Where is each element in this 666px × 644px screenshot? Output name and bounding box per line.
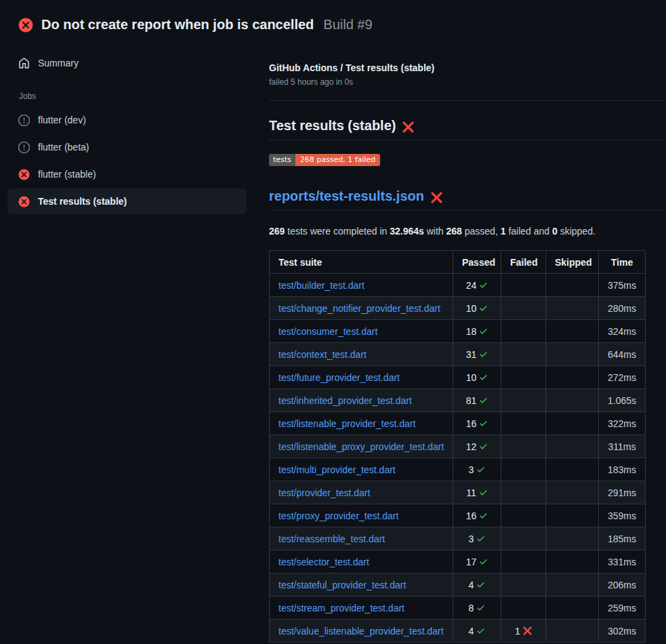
sidebar-item-summary[interactable]: Summary <box>7 49 247 77</box>
sidebar-item-job[interactable]: flutter (dev) <box>7 106 247 134</box>
suite-cell: test/stream_provider_test.dart <box>270 597 453 620</box>
check-icon <box>476 534 485 543</box>
count-number: 16 <box>466 418 477 429</box>
test-suite-link[interactable]: test/builder_test.dart <box>278 280 365 291</box>
test-suite-link[interactable]: test/selector_test.dart <box>278 557 369 567</box>
test-suite-link[interactable]: test/proxy_provider_test.dart <box>278 510 398 521</box>
count-value: 1 <box>515 626 532 637</box>
jobs-list: flutter (dev)flutter (beta)flutter (stab… <box>7 106 247 214</box>
check-icon <box>479 350 488 359</box>
suite-cell: test/inherited_provider_test.dart <box>270 389 453 412</box>
suite-cell: test/consumer_test.dart <box>270 320 453 343</box>
suite-cell: test/reassemble_test.dart <box>270 527 453 550</box>
failed-cell <box>501 274 546 297</box>
count-value: 3 <box>469 464 486 475</box>
passed-cell: 81 <box>453 389 501 412</box>
column-header-passed: Passed <box>453 251 501 274</box>
count-value: 8 <box>469 603 486 613</box>
summary-text: skipped. <box>558 226 596 237</box>
time-cell: 291ms <box>599 481 646 504</box>
test-suite-link[interactable]: test/value_listenable_provider_test.dart <box>278 626 444 637</box>
test-suite-link[interactable]: test/stream_provider_test.dart <box>278 603 404 613</box>
test-suite-link[interactable]: test/reassemble_test.dart <box>278 534 385 544</box>
summary-number: 0 <box>552 226 558 237</box>
report-file-link[interactable]: reports/test-results.json <box>269 188 424 204</box>
test-suite-link[interactable]: test/inherited_provider_test.dart <box>278 395 412 406</box>
count-number: 4 <box>469 626 474 637</box>
count-value: 81 <box>466 395 488 406</box>
check-icon <box>479 557 488 566</box>
skipped-cell <box>546 297 599 320</box>
test-suite-link[interactable]: test/listenable_provider_test.dart <box>278 418 415 429</box>
passed-cell: 4 <box>453 620 501 643</box>
failed-cell <box>501 389 546 412</box>
summary-number: 269 <box>269 226 285 237</box>
test-suite-link[interactable]: test/multi_provider_test.dart <box>278 464 396 475</box>
suite-cell: test/listenable_provider_test.dart <box>270 412 453 435</box>
sidebar-summary-label: Summary <box>38 58 79 68</box>
passed-cell: 11 <box>453 481 501 504</box>
summary-text: tests were completed in <box>285 226 390 237</box>
test-suite-link[interactable]: test/future_provider_test.dart <box>278 372 400 383</box>
job-label: flutter (dev) <box>38 115 86 125</box>
count-number: 24 <box>466 280 477 291</box>
skipped-cell <box>546 481 599 504</box>
table-row: test/reassemble_test.dart3185ms <box>270 527 646 550</box>
count-value: 11 <box>466 487 488 498</box>
failed-circle-icon <box>18 196 30 207</box>
failed-cell <box>501 343 546 366</box>
test-suite-link[interactable]: test/listenable_proxy_provider_test.dart <box>278 441 444 452</box>
table-row: test/value_listenable_provider_test.dart… <box>270 620 646 643</box>
sidebar-item-job[interactable]: flutter (stable) <box>7 161 247 188</box>
jobs-section-label: Jobs <box>19 92 247 101</box>
test-suite-link[interactable]: test/consumer_test.dart <box>278 326 377 337</box>
passed-cell: 24 <box>453 274 501 297</box>
failed-cell <box>501 481 546 504</box>
skipped-cell <box>546 412 599 435</box>
main-content: GitHub Actions / Test results (stable) f… <box>257 38 666 643</box>
count-number: 11 <box>466 487 476 498</box>
skipped-cell <box>546 389 599 412</box>
failed-cell <box>501 550 546 573</box>
time-cell: 644ms <box>599 343 646 366</box>
sidebar-item-job[interactable]: flutter (beta) <box>7 134 247 161</box>
job-label: flutter (stable) <box>38 169 96 180</box>
tests-badge: tests 268 passed, 1 failed <box>269 154 380 166</box>
page-title: Do not create report when job is cancell… <box>41 17 314 33</box>
cancelled-stop-icon <box>18 142 30 153</box>
suite-cell: test/value_listenable_provider_test.dart <box>270 620 453 643</box>
summary-sentence: 269 tests were completed in 32.964s with… <box>269 226 666 237</box>
suite-cell: test/context_test.dart <box>270 343 453 366</box>
test-suite-link[interactable]: test/context_test.dart <box>278 349 367 360</box>
skipped-cell <box>546 320 599 343</box>
check-icon <box>476 580 485 589</box>
sidebar-item-job[interactable]: Test results (stable) <box>7 188 247 214</box>
table-row: test/inherited_provider_test.dart811.065… <box>270 389 646 412</box>
count-value: 12 <box>466 441 488 452</box>
time-cell: 375ms <box>599 274 646 297</box>
check-icon <box>476 626 485 635</box>
job-label: Test results (stable) <box>38 196 127 207</box>
passed-cell: 3 <box>453 527 501 550</box>
table-row: test/listenable_provider_test.dart16322m… <box>270 412 646 435</box>
test-suite-link[interactable]: test/provider_test.dart <box>278 487 370 498</box>
time-cell: 311ms <box>599 435 646 458</box>
failed-cell: 1 <box>501 620 546 643</box>
count-number: 3 <box>469 464 474 475</box>
table-row: test/context_test.dart31644ms <box>270 343 646 366</box>
count-number: 12 <box>466 441 477 452</box>
passed-cell: 3 <box>453 458 501 481</box>
time-cell: 331ms <box>599 550 646 573</box>
time-cell: 185ms <box>599 527 646 550</box>
skipped-cell <box>546 504 599 527</box>
column-header-time: Time <box>599 251 646 274</box>
passed-cell: 16 <box>453 412 501 435</box>
count-value: 17 <box>466 557 488 567</box>
table-row: test/proxy_provider_test.dart16359ms <box>270 504 646 527</box>
skipped-cell <box>546 274 599 297</box>
test-suite-link[interactable]: test/stateful_provider_test.dart <box>278 580 406 590</box>
passed-cell: 10 <box>453 297 501 320</box>
time-cell: 280ms <box>599 297 646 320</box>
test-suite-link[interactable]: test/change_notifier_provider_test.dart <box>278 303 440 314</box>
skipped-cell <box>546 458 599 481</box>
